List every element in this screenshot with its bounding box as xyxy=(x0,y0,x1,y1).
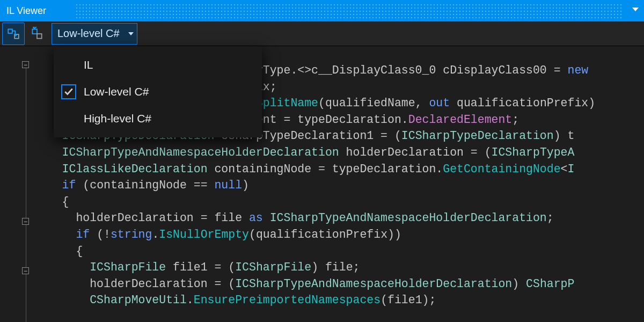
check-placeholder xyxy=(61,111,76,126)
expand-all-button[interactable] xyxy=(26,23,48,45)
check-placeholder xyxy=(61,57,76,72)
titlebar: IL Viewer xyxy=(0,0,644,21)
gutter: − − − xyxy=(0,46,30,322)
sync-tree-icon xyxy=(6,27,20,41)
view-mode-combo[interactable]: Low-level C# xyxy=(52,23,137,45)
window-title: IL Viewer xyxy=(6,5,46,17)
fold-toggle[interactable]: − xyxy=(22,267,29,274)
svg-rect-0 xyxy=(8,29,12,33)
fold-toggle[interactable]: − xyxy=(22,61,29,68)
dropdown-item-il[interactable]: IL xyxy=(54,52,262,78)
dropdown-item-high-level-csharp[interactable]: High-level C# xyxy=(54,105,262,132)
fold-guideline xyxy=(26,63,26,322)
view-mode-combo-label: Low-level C# xyxy=(57,27,120,40)
svg-rect-3 xyxy=(37,34,42,39)
svg-rect-2 xyxy=(32,29,37,34)
dropdown-item-label: High-level C# xyxy=(84,112,151,125)
toolbar: Low-level C# xyxy=(0,21,644,46)
dropdown-item-low-level-csharp[interactable]: Low-level C# xyxy=(54,78,262,105)
titlebar-grip[interactable] xyxy=(75,3,623,18)
view-mode-dropdown: IL Low-level C# High-level C# xyxy=(54,46,262,137)
sync-tree-button[interactable] xyxy=(2,23,25,45)
check-icon xyxy=(61,84,76,99)
fold-toggle[interactable]: − xyxy=(22,218,29,225)
chevron-down-icon xyxy=(128,32,134,35)
chevron-down-icon[interactable] xyxy=(632,8,639,11)
dropdown-item-label: Low-level C# xyxy=(84,85,149,98)
dropdown-item-label: IL xyxy=(84,58,93,71)
expand-all-icon xyxy=(30,27,44,41)
